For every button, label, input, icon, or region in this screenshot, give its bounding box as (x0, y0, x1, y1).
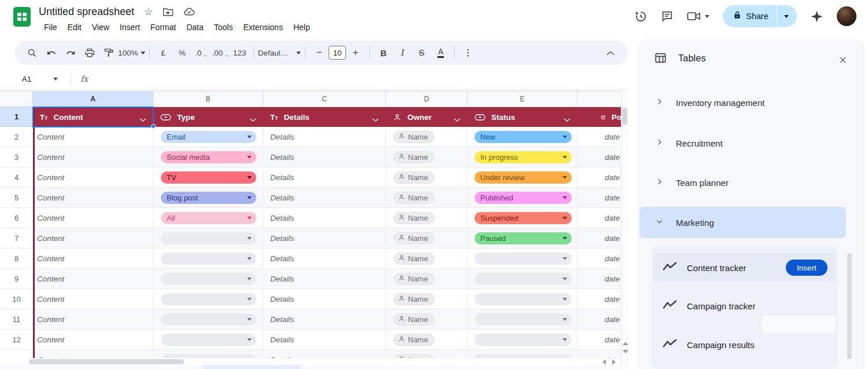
scroll-right-arrow[interactable] (612, 359, 616, 365)
row-header[interactable]: 9 (0, 269, 33, 289)
menu-file[interactable]: File (39, 21, 62, 33)
type-chip[interactable] (161, 313, 256, 326)
owner-chip[interactable]: Name (393, 192, 435, 204)
close-icon[interactable] (835, 52, 850, 67)
gemini-sparkle-icon[interactable] (810, 10, 823, 23)
column-header-A[interactable]: A (33, 92, 153, 107)
table-header-owner[interactable]: Owner (386, 107, 468, 127)
status-chip[interactable]: Under review (475, 171, 572, 184)
cell-details[interactable]: Details (263, 350, 386, 358)
type-chip[interactable]: TV (161, 171, 256, 184)
sidebar-group-marketing[interactable]: Marketing (639, 207, 846, 238)
type-chip[interactable]: All (161, 212, 256, 224)
owner-chip[interactable]: Name (393, 232, 435, 244)
table-header-details[interactable]: TTDetails (263, 107, 386, 127)
row-header[interactable]: 3 (0, 147, 33, 167)
search-icon[interactable] (23, 44, 42, 61)
cell-content[interactable]: Content (33, 167, 153, 188)
sidebar-scrollbar-thumb[interactable] (847, 253, 852, 359)
document-title[interactable]: Untitled spreadsheet (39, 6, 134, 18)
column-header-C[interactable]: C (263, 92, 386, 107)
cell-owner[interactable]: Name (386, 289, 468, 309)
name-box-caret-icon[interactable] (53, 78, 58, 81)
cell-type[interactable] (153, 350, 263, 358)
owner-chip[interactable]: Name (393, 293, 435, 305)
format-percent-button[interactable]: % (173, 44, 192, 61)
type-chip[interactable]: Blog post (161, 192, 256, 204)
menu-extensions[interactable]: Extensions (238, 21, 288, 33)
chevron-down-icon[interactable] (249, 114, 256, 125)
horizontal-scrollbar-thumb[interactable] (29, 359, 184, 364)
menu-insert[interactable]: Insert (115, 21, 145, 33)
row-header-1[interactable]: 1 (0, 107, 33, 127)
row-header[interactable]: 6 (0, 208, 33, 228)
cell-owner[interactable]: Name (386, 350, 468, 358)
cell-details[interactable]: Details (263, 269, 386, 289)
cell-content[interactable]: Content (33, 188, 153, 208)
decrease-decimal-button[interactable]: .0← (192, 44, 211, 61)
type-chip[interactable] (161, 273, 256, 285)
cell-details[interactable]: Details (263, 228, 386, 249)
type-chip[interactable] (161, 293, 256, 305)
cell-details[interactable]: Details (263, 309, 386, 330)
cell-status[interactable] (468, 289, 578, 309)
cell-status[interactable] (468, 350, 578, 358)
type-chip[interactable]: Social media (161, 151, 256, 163)
star-icon[interactable]: ☆ (144, 7, 153, 17)
cell-content[interactable]: Content (33, 249, 153, 269)
cell-content[interactable]: Content (33, 147, 153, 167)
menu-tools[interactable]: Tools (209, 21, 238, 33)
cell-owner[interactable]: Name (386, 249, 468, 269)
increase-font-size-button[interactable]: + (346, 44, 365, 61)
cell-type[interactable] (153, 330, 263, 350)
print-icon[interactable] (80, 44, 99, 61)
cell-details[interactable]: Details (263, 289, 386, 309)
owner-chip[interactable]: Name (393, 131, 435, 143)
cell-content[interactable]: Content (33, 289, 153, 309)
text-color-button[interactable]: A (431, 44, 450, 61)
insert-button[interactable]: Insert (786, 260, 827, 276)
table-header-status[interactable]: Status (468, 107, 578, 127)
cell-owner[interactable]: Name (386, 330, 468, 350)
decrease-font-size-button[interactable]: − (310, 44, 329, 61)
paint-format-icon[interactable] (99, 44, 118, 61)
status-chip[interactable]: Published (475, 192, 572, 204)
owner-chip[interactable]: Name (393, 171, 435, 184)
status-chip[interactable] (475, 253, 572, 265)
chevron-down-icon[interactable] (564, 114, 571, 125)
scroll-down-arrow[interactable] (623, 350, 628, 353)
cell-type[interactable]: TV (153, 167, 263, 188)
status-chip[interactable] (475, 313, 572, 326)
chevron-down-icon[interactable] (454, 114, 461, 125)
status-chip[interactable] (475, 273, 572, 285)
cell-status[interactable]: New (468, 127, 578, 147)
sidebar-table-campaign-results[interactable]: Campaign results (653, 331, 836, 359)
cell-type[interactable] (153, 309, 263, 330)
cell-owner[interactable]: Name (386, 188, 468, 208)
row-header[interactable]: 4 (0, 167, 33, 188)
name-box[interactable]: A1 (0, 75, 71, 83)
cell-owner[interactable]: Name (386, 228, 468, 249)
bold-button[interactable]: B (374, 44, 393, 61)
number-format-button[interactable]: 123 (230, 44, 249, 61)
owner-chip[interactable]: Name (393, 334, 435, 346)
row-header[interactable]: 12 (0, 330, 33, 350)
owner-chip[interactable]: Name (393, 212, 435, 224)
vertical-scrollbar[interactable] (621, 91, 628, 365)
menu-format[interactable]: Format (145, 21, 181, 33)
cell-owner[interactable]: Name (386, 269, 468, 289)
menu-help[interactable]: Help (288, 21, 315, 33)
cell-status[interactable] (468, 249, 578, 269)
row-header[interactable]: 10 (0, 289, 33, 309)
cell-details[interactable]: Details (263, 127, 386, 147)
table-header-type[interactable]: Type (153, 107, 263, 127)
menu-edit[interactable]: Edit (62, 21, 87, 33)
status-chip[interactable]: New (475, 131, 572, 143)
version-history-icon[interactable] (634, 10, 648, 23)
row-header[interactable]: 8 (0, 249, 33, 269)
strikethrough-button[interactable]: S (412, 44, 431, 61)
video-call-icon[interactable] (687, 10, 709, 22)
redo-icon[interactable] (61, 44, 80, 61)
comments-icon[interactable] (661, 10, 674, 23)
cell-status[interactable]: Under review (468, 167, 578, 188)
